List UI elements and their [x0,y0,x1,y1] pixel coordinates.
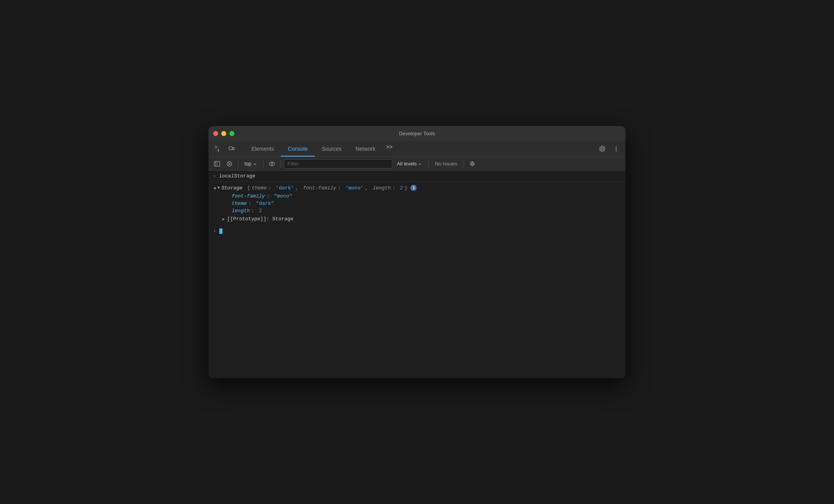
prompt-chevron-icon: › [213,228,216,234]
toolbar-divider-2 [263,160,263,168]
svg-point-9 [271,163,273,165]
console-content[interactable]: › localStorage ◀ ▼ Storage { theme : 'da… [208,171,626,378]
storage-length-value: 2 [400,185,403,191]
toolbar-divider-4 [428,160,429,168]
more-tabs-button[interactable]: >> [382,141,396,153]
tabs-bar-left-icons [212,141,243,157]
console-toolbar: top All levels No Issues [208,157,626,171]
traffic-lights [213,131,234,136]
toolbar-divider-1 [238,160,238,168]
eye-icon[interactable] [267,158,277,169]
localstorage-arrow: › [213,174,216,179]
settings-icon[interactable] [596,143,608,155]
levels-chevron-icon [418,162,422,166]
levels-selector[interactable]: All levels [394,160,425,168]
prop-key-length: length [232,208,250,214]
title-bar: Developer Tools [208,126,626,141]
storage-props: font-family : "mono" theme : "dark" leng… [208,192,626,215]
tab-network[interactable]: Network [349,141,382,157]
prototype-chevron-icon[interactable]: ▶ [222,217,225,221]
console-settings-icon[interactable] [467,158,478,169]
maximize-button[interactable] [229,131,234,136]
toolbar-divider-3 [280,160,281,168]
storage-class-label: Storage [221,185,245,191]
info-badge[interactable]: i [410,185,417,191]
svg-rect-1 [229,147,232,150]
output-arrow-icon: ◀ [213,186,216,191]
inspect-element-icon[interactable] [212,143,224,155]
device-toolbar-icon[interactable] [226,143,238,155]
more-options-icon[interactable] [610,143,622,155]
storage-fontfamily-value: 'mono' [345,185,364,191]
cursor [219,228,222,234]
svg-point-5 [616,150,617,151]
close-button[interactable] [213,131,218,136]
no-issues-label: No Issues [432,160,460,168]
storage-object-section: ◀ ▼ Storage { theme : 'dark' , font-fami… [208,182,626,225]
svg-point-3 [616,146,617,147]
tab-elements[interactable]: Elements [244,141,281,157]
svg-rect-2 [233,148,234,150]
localstorage-entry: › localStorage [208,171,626,182]
storage-length-key: length [373,185,391,191]
localstorage-line: localStorage [219,173,255,179]
show-sidebar-icon[interactable] [212,158,222,169]
clear-console-icon[interactable] [224,158,235,169]
prop-font-family: font-family : "mono" [227,192,626,200]
main-tabs-bar: Elements Console Sources Network >> [208,141,626,157]
svg-point-10 [472,163,473,165]
prop-key-fontfamily: font-family [232,193,265,199]
tabs-bar-right-icons [591,141,622,157]
svg-point-4 [616,148,617,149]
prototype-label: [[Prototype]]: Storage [227,216,294,222]
minimize-button[interactable] [221,131,226,136]
tabs-list: Elements Console Sources Network >> [244,141,591,157]
devtools-window: Developer Tools Elements [208,126,626,378]
context-selector[interactable]: top [241,160,260,168]
prop-value-length: 2 [259,208,262,214]
svg-rect-0 [215,146,217,148]
svg-point-8 [269,162,275,166]
storage-open-brace: { [247,185,250,191]
storage-main-line[interactable]: ◀ ▼ Storage { theme : 'dark' , font-fami… [208,183,626,192]
toolbar-divider-5 [463,160,464,168]
expand-chevron-icon[interactable]: ▼ [217,186,220,190]
prop-value-theme: "dark" [256,201,274,206]
prop-value-fontfamily: "mono" [274,193,292,199]
prop-theme: theme : "dark" [227,200,626,207]
storage-fontfamily-key: font-family [303,185,337,191]
window-title: Developer Tools [399,131,435,136]
tab-sources[interactable]: Sources [315,141,349,157]
console-prompt[interactable]: › [208,225,626,237]
tab-console[interactable]: Console [281,141,314,157]
prototype-line[interactable]: ▶ [[Prototype]]: Storage [208,215,626,223]
prop-length: length : 2 [227,207,626,215]
storage-theme-key: theme [251,185,267,191]
filter-input[interactable] [284,159,392,169]
storage-theme-value: 'dark' [276,185,294,191]
context-chevron-icon [253,162,257,166]
prop-key-theme: theme [232,201,247,206]
